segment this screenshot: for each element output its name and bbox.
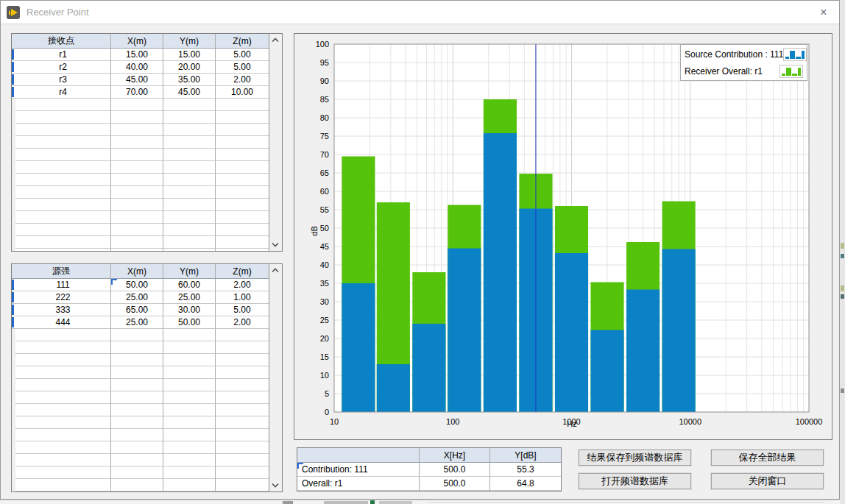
table-cell [163,174,216,186]
icon-bar [802,51,805,59]
table-cell[interactable]: 45.00 [163,86,216,99]
table-cell [216,341,269,354]
table-cell[interactable]: 222 [15,291,111,304]
bar[interactable] [590,330,623,413]
svg-text:5: 5 [325,389,329,398]
table-cell[interactable]: Contribution: 111 [297,463,420,477]
table-cell[interactable]: 64.8 [490,477,561,491]
close-icon[interactable]: × [813,3,834,21]
table-cell[interactable]: 35.00 [163,74,216,86]
table-cell[interactable]: 40.00 [111,61,163,74]
close-window-button[interactable]: 关闭窗口 [711,473,824,489]
icon-bar [798,68,801,76]
bar[interactable] [412,324,445,412]
column-header: X[Hz] [420,448,490,462]
svg-text:60: 60 [320,187,329,196]
receiver-points-table[interactable]: 接收点X(m)Y(m)Z(m)r115.0015.005.00r240.0020… [11,33,283,252]
table-cell [163,161,216,174]
bar[interactable] [342,283,375,412]
table-cell[interactable]: 2.00 [216,316,269,329]
table-row-empty [12,491,269,492]
icon-bar [782,74,785,76]
table-cell [111,479,163,491]
cursor-readout-table[interactable]: X[Hz]Y[dB]Contribution: 111500.055.3Over… [297,447,562,491]
table-row-empty [12,379,269,391]
table-cell[interactable]: 111 [15,279,111,291]
table-cell[interactable]: 5.00 [216,61,269,74]
table-cell[interactable]: r3 [15,74,111,86]
table-cell [216,454,269,466]
table-cell[interactable]: 1.00 [216,291,269,304]
table-cell[interactable]: r1 [15,49,111,61]
table-cell[interactable]: 50.00 [163,316,216,329]
bar[interactable] [448,249,481,413]
table-cell[interactable]: 444 [15,316,111,329]
table-cell[interactable]: 20.00 [163,61,216,74]
legend-entry[interactable]: Source Contribution : 111 [681,46,807,63]
table-cell[interactable]: r2 [15,61,111,74]
table-cell [163,236,216,249]
table-cell [111,416,163,429]
table-cell[interactable]: Overall: r1 [297,477,420,491]
table-cell[interactable]: 60.00 [163,279,216,291]
bar[interactable] [626,290,660,413]
table-cell[interactable]: 10.00 [216,86,269,99]
receiver-table-scrollbar[interactable] [269,34,282,251]
table-cell[interactable]: 65.00 [111,304,163,316]
table-cell[interactable]: 2.00 [216,74,269,86]
table-cell [15,124,111,136]
table-cell[interactable]: 30.00 [163,304,216,316]
table-cell [216,136,269,149]
table-cell [15,186,111,199]
svg-text:35: 35 [320,279,329,288]
mini-bar-chart-icon[interactable] [783,48,807,61]
chevron-up-icon[interactable] [272,268,279,273]
table-cell[interactable]: 500.0 [420,463,490,477]
table-cell[interactable]: 5.00 [216,304,269,316]
table-cell[interactable]: 45.00 [111,74,163,86]
bar[interactable] [377,364,410,412]
table-cell [163,416,216,429]
source-table-scrollbar[interactable] [269,264,282,491]
cursor-table-grid: X[Hz]Y[dB]Contribution: 111500.055.3Over… [297,448,561,491]
table-cell[interactable]: 2.00 [216,279,269,291]
table-cell[interactable]: 333 [15,304,111,316]
table-cell[interactable]: 15.00 [111,49,163,61]
table-row: 11150.0060.002.00 [12,279,269,291]
table-cell[interactable]: 70.00 [111,86,163,99]
column-header [297,448,420,462]
column-header: 接收点 [12,34,111,48]
bar[interactable] [555,253,588,412]
plot-legend[interactable]: Source Contribution : 111Receiver Overal… [680,44,807,81]
table-cell [216,491,269,492]
table-cell[interactable]: r4 [15,86,111,99]
table-cell[interactable]: 55.3 [490,463,561,477]
table-cell[interactable]: 50.00 [111,279,163,291]
table-cell[interactable]: 25.00 [163,291,216,304]
table-cell [163,429,216,441]
chevron-down-icon[interactable] [272,242,279,247]
save-results-to-spectrum-db-button[interactable]: 结果保存到频谱数据库 [579,450,691,466]
chevron-down-icon[interactable] [272,483,279,488]
legend-entry[interactable]: Receiver Overall: r1 [681,63,807,79]
table-cell[interactable]: 25.00 [111,291,163,304]
table-row-empty [12,366,269,379]
mini-bar-chart-icon[interactable] [779,65,803,78]
bar[interactable] [484,133,517,412]
table-row-empty [12,199,269,211]
table-cell[interactable]: 15.00 [163,49,216,61]
source-strength-table[interactable]: 源强X(m)Y(m)Z(m)11150.0060.002.0022225.002… [11,263,283,492]
table-cell [163,211,216,224]
table-cell[interactable]: 500.0 [420,477,490,491]
table-cell[interactable]: 25.00 [111,316,163,329]
chevron-up-icon[interactable] [272,38,279,43]
icon-play-triangle [11,9,18,16]
save-all-results-button[interactable]: 保存全部结果 [711,450,824,466]
open-spectrum-db-button[interactable]: 打开频谱数据库 [579,473,691,489]
table-cell[interactable]: 5.00 [216,49,269,61]
spectrum-bar-chart[interactable]: 0510152025303540455055606570758085909510… [294,34,832,439]
table-cell [111,99,163,111]
bar[interactable] [662,249,696,413]
table-row: 33365.0030.005.00 [12,304,269,316]
table-cell [15,99,111,111]
